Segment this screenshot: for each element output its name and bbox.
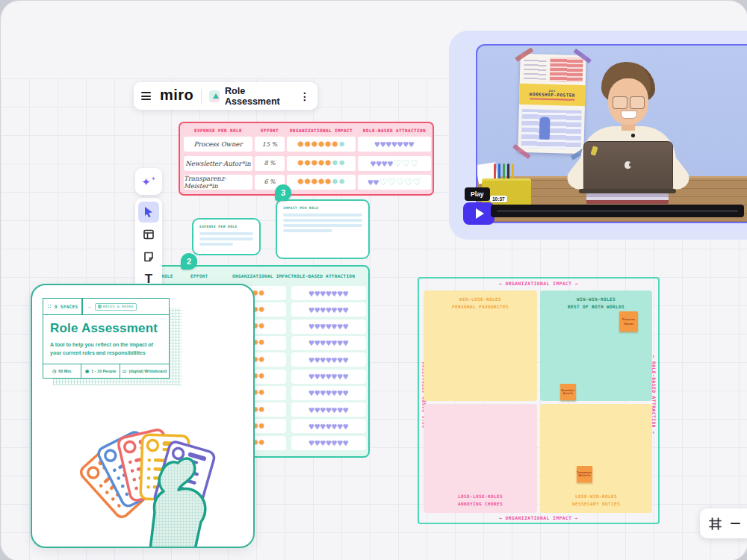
spaces-label: 9 SPACES bbox=[55, 304, 78, 309]
expense-table-header: EXPENSE PER ROLE bbox=[184, 128, 252, 133]
ai-tool-button[interactable]: ✦✦ bbox=[135, 168, 162, 195]
expense-table-header: ROLE-BASED ATTRACTION bbox=[358, 128, 431, 133]
rating-icons: ♥♥♥♥♥♥♥ bbox=[309, 322, 348, 331]
cursor-icon bbox=[143, 206, 155, 218]
filled-rating-icon: ✹ bbox=[258, 405, 264, 414]
filled-rating-icon: ♥ bbox=[326, 371, 332, 382]
meta-label: 60 Min. bbox=[58, 369, 72, 373]
rating-icons: ✹✹✹✹✹✹✹ bbox=[297, 159, 346, 167]
empty-rating-icon: ✹ bbox=[332, 158, 338, 167]
filled-rating-icon: ♥ bbox=[309, 337, 314, 348]
rating-icons: ♥♥♥♥♥♥♥ bbox=[374, 140, 414, 149]
expense-table[interactable]: EXPENSE PER ROLE EFFORT ORGANIZATIONAL I… bbox=[179, 122, 434, 196]
category-chip-label: ROLES & MASKS bbox=[103, 305, 134, 308]
hand-with-cards-illustration bbox=[66, 399, 249, 548]
rating-icons: ♥♥♥♥♥♥♥ bbox=[309, 372, 348, 381]
filled-rating-icon: ♥ bbox=[374, 139, 380, 149]
hamburger-menu-icon[interactable] bbox=[141, 92, 151, 100]
effort-value: 15 % bbox=[262, 141, 277, 148]
empty-rating-icon: ✹ bbox=[338, 177, 345, 186]
video-player[interactable]: DAS WORKSHOP-POSTER bbox=[476, 44, 747, 223]
step-badge-2[interactable]: 2 bbox=[181, 253, 197, 270]
hearts-cell: ♥♥♥♥♥♥♥ bbox=[291, 320, 366, 334]
filled-rating-icon: ♥ bbox=[337, 388, 343, 398]
placeholder-line bbox=[199, 237, 253, 240]
frames-tool-button[interactable] bbox=[138, 224, 159, 245]
expense-attraction-cell[interactable]: ♥♥♡♡♡♡♡ bbox=[358, 175, 431, 190]
expense-role-cell[interactable]: Process Owner bbox=[184, 137, 252, 152]
fit-to-screen-icon[interactable] bbox=[709, 517, 722, 530]
filled-rating-icon: ✹ bbox=[332, 140, 338, 149]
filled-rating-icon: ♥ bbox=[326, 321, 332, 332]
template-card-info-box: 9 SPACES → ROLES & MASKS Role Assessment… bbox=[43, 298, 170, 379]
rating-icons: ♥♥♥♥♥♥♥ bbox=[309, 289, 348, 298]
placeholder-line bbox=[283, 229, 332, 232]
select-tool-button[interactable] bbox=[138, 202, 159, 223]
miro-logo[interactable]: miro bbox=[160, 87, 193, 104]
filled-rating-icon: ♥ bbox=[337, 355, 343, 365]
sparkle-icon: ✦✦ bbox=[141, 176, 155, 187]
play-tooltip: Play bbox=[465, 187, 490, 201]
expense-attraction-cell[interactable]: ♥♥♥♥♥♥♥ bbox=[358, 137, 431, 152]
expense-effort-cell[interactable]: 8 % bbox=[255, 156, 285, 171]
sticky-note[interactable]: Newsletter-Autor*in bbox=[560, 384, 576, 400]
step-note-expense[interactable]: EXPENSE PER ROLE bbox=[192, 218, 261, 255]
template-description: A tool to help you reflect on the impact… bbox=[50, 341, 162, 357]
filled-rating-icon: ♥ bbox=[309, 371, 314, 382]
filled-rating-icon: ♥ bbox=[309, 355, 314, 365]
template-card[interactable]: 9 SPACES → ROLES & MASKS Role Assessment… bbox=[31, 284, 255, 548]
expense-attraction-cell[interactable]: ♥♥♥♥♡♡♡ bbox=[358, 156, 431, 171]
filled-rating-icon: ♥ bbox=[337, 438, 343, 448]
filled-rating-icon: ♥ bbox=[337, 371, 343, 382]
filled-rating-icon: ♥ bbox=[368, 177, 374, 187]
step-badge-3[interactable]: 3 bbox=[275, 184, 291, 201]
filled-rating-icon: ♥ bbox=[337, 421, 343, 432]
quadrant-win-lose[interactable]: WIN-LOSE-ROLES PERSONAL FAVOURITES bbox=[424, 290, 537, 401]
sticky-note[interactable]: Process Owner bbox=[619, 311, 638, 332]
meta-duration: ◷ 60 Min. bbox=[43, 364, 81, 378]
sticky-note[interactable]: Transparenz-Meister*in bbox=[577, 466, 592, 482]
sticky-note-icon bbox=[143, 251, 155, 263]
poster-figure bbox=[539, 117, 551, 140]
hearts-cell: ♥♥♥♥♥♥♥ bbox=[291, 386, 366, 400]
filled-rating-icon: ♥ bbox=[343, 305, 349, 315]
quadrant-lose-win[interactable]: LOSE-WIN-ROLES NESSECARY DUTIES bbox=[540, 404, 652, 513]
expense-role-cell[interactable]: Newsletter-Autor*in bbox=[184, 156, 252, 171]
rating-icons: ♥♥♥♥♥♥♥ bbox=[309, 338, 348, 347]
hearts-cell: ♥♥♥♥♥♥♥ bbox=[291, 302, 366, 317]
expense-effort-cell[interactable]: 15 % bbox=[255, 137, 285, 152]
step-note-impact[interactable]: IMPACT PER ROLE bbox=[276, 199, 370, 259]
chip-icon bbox=[98, 305, 102, 308]
workshop-poster: DAS WORKSHOP-POSTER bbox=[518, 54, 586, 154]
filled-rating-icon: ♥ bbox=[309, 321, 314, 332]
video-progress-bar[interactable] bbox=[491, 205, 744, 217]
more-options-icon[interactable]: ⋮ bbox=[300, 91, 310, 102]
grid-dots-icon bbox=[47, 304, 52, 309]
filled-rating-icon: ✹ bbox=[317, 158, 324, 167]
play-button[interactable] bbox=[463, 202, 495, 225]
expense-impact-cell[interactable]: ✹✹✹✹✹✹✹ bbox=[287, 156, 356, 171]
quadrant-lose-lose[interactable]: LOSE-LOSE-ROLES ANNOYING CHORES bbox=[424, 404, 537, 513]
board-thumbnail-icon bbox=[209, 90, 220, 102]
zoom-out-icon[interactable] bbox=[731, 523, 740, 525]
rating-icons: ✹✹✹✹✹✹✹ bbox=[297, 178, 346, 186]
filled-rating-icon: ♥ bbox=[309, 405, 314, 415]
people-icon: ◉ bbox=[85, 369, 89, 373]
filled-rating-icon: ✹ bbox=[297, 177, 304, 186]
quadrant-win-win[interactable]: WIN-WIN-ROLES BEST OF BOTH WORLDS bbox=[540, 290, 652, 401]
expense-role-cell[interactable]: Transparenz-Meister*in bbox=[184, 175, 252, 190]
spaces-label-row: 9 SPACES bbox=[47, 304, 78, 309]
expense-impact-cell[interactable]: ✹✹✹✹✹✹✹ bbox=[287, 175, 356, 190]
quadrant-subtitle: ANNOYING CHORES bbox=[424, 500, 537, 508]
header-divider bbox=[201, 89, 202, 104]
sticky-note-tool-button[interactable] bbox=[138, 246, 159, 267]
impact-attraction-matrix[interactable]: ← ORGANIZATIONAL IMPACT → ← ORGANIZATION… bbox=[418, 277, 660, 524]
category-chip[interactable]: ROLES & MASKS bbox=[95, 303, 137, 311]
filled-rating-icon: ♥ bbox=[326, 355, 332, 365]
board-title[interactable]: Role Assessment bbox=[225, 86, 292, 107]
empty-rating-icon: ♡ bbox=[393, 158, 401, 169]
expense-impact-cell[interactable]: ✹✹✹✹✹✹✹ bbox=[287, 137, 356, 152]
filled-rating-icon: ♥ bbox=[337, 321, 343, 332]
empty-rating-icon: ✹ bbox=[332, 177, 338, 186]
expense-table-header: ORGANIZATIONAL IMPACT bbox=[287, 128, 356, 133]
